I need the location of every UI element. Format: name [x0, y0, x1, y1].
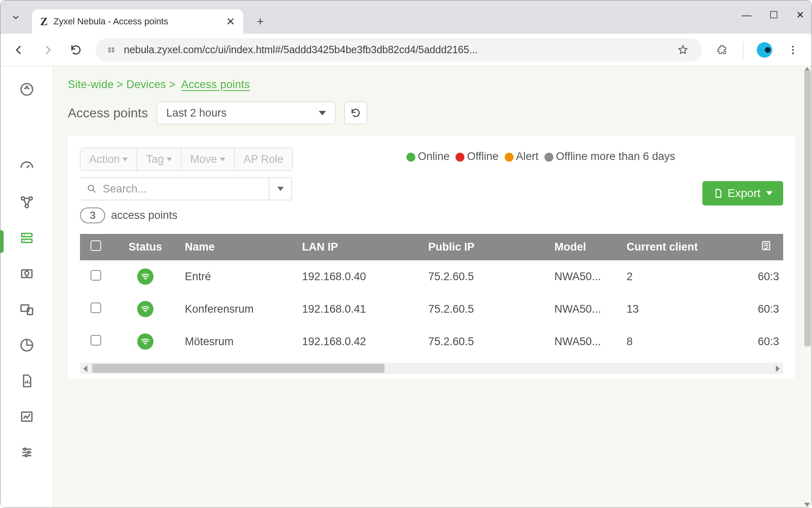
svg-rect-7: [22, 233, 32, 237]
page-vertical-scrollbar[interactable]: [802, 66, 812, 508]
svg-point-2: [792, 52, 794, 54]
breadcrumb-mid[interactable]: Devices: [126, 78, 166, 91]
search-input[interactable]: Search...: [80, 177, 269, 200]
reload-button[interactable]: [67, 41, 85, 59]
svg-point-10: [24, 240, 25, 242]
extensions-icon[interactable]: [713, 41, 731, 59]
search-icon: [86, 184, 97, 194]
chevron-down-icon: [766, 191, 773, 195]
cell-trail: 60:3: [747, 325, 783, 358]
breadcrumb: Site-wide > Devices > Access points: [68, 78, 795, 91]
scroll-right-arrow[interactable]: [776, 365, 780, 372]
sidebar-item-dashboard[interactable]: [17, 157, 36, 176]
sidebar-item-configure[interactable]: [17, 443, 36, 462]
action-dropdown[interactable]: Action: [80, 148, 137, 171]
table-horizontal-scrollbar[interactable]: [80, 363, 783, 374]
status-dot-offline: [456, 153, 464, 162]
col-current-client[interactable]: Current client: [621, 234, 747, 260]
col-public-ip[interactable]: Public IP: [423, 234, 549, 260]
sidebar-item-report[interactable]: [17, 372, 36, 390]
breadcrumb-current[interactable]: Access points: [181, 78, 250, 91]
chevron-down-icon: [319, 111, 326, 115]
svg-point-18: [25, 454, 27, 456]
tabs-dropdown-button[interactable]: [4, 6, 27, 29]
address-bar[interactable]: nebula.zyxel.com/cc/ui/index.html#/5addd…: [95, 38, 702, 62]
devices-table: Status Name LAN IP Public IP Model Curre…: [80, 234, 783, 374]
forward-button[interactable]: [39, 41, 56, 59]
table-row[interactable]: Entré 192.168.0.40 75.2.60.5 NWA50... 2 …: [80, 260, 783, 293]
chevron-down-icon: [166, 158, 172, 161]
select-all-checkbox[interactable]: [91, 240, 101, 251]
tag-dropdown[interactable]: Tag: [137, 148, 181, 171]
status-dot-alert: [505, 153, 514, 162]
minimize-button[interactable]: —: [742, 9, 752, 21]
col-model[interactable]: Model: [549, 234, 621, 260]
cell-name: Konferensrum: [179, 293, 296, 325]
maximize-button[interactable]: ☐: [769, 9, 778, 21]
url-text: nebula.zyxel.com/cc/ui/index.html#/5addd…: [124, 44, 667, 56]
svg-point-1: [792, 49, 794, 51]
browser-tab-strip: Z Zyxel Nebula - Access points ✕ + — ☐ ✕: [0, 0, 812, 34]
bookmark-star-icon[interactable]: [674, 41, 692, 59]
svg-point-0: [792, 45, 794, 48]
cell-model: NWA50...: [549, 293, 621, 325]
sidebar-item-devices[interactable]: [17, 229, 36, 247]
svg-point-23: [145, 344, 146, 345]
column-settings-button[interactable]: [747, 234, 783, 260]
sidebar-item-ai[interactable]: [17, 80, 36, 99]
cell-lan-ip: 192.168.0.40: [296, 260, 423, 293]
app-content: Site-wide > Devices > Access points Acce…: [0, 66, 812, 508]
status-dot-offline-long: [544, 153, 553, 162]
sidebar-item-summary[interactable]: [17, 336, 36, 355]
row-checkbox[interactable]: [91, 335, 101, 346]
svg-point-17: [28, 451, 30, 453]
scroll-thumb[interactable]: [92, 364, 384, 373]
row-checkbox[interactable]: [91, 270, 101, 281]
search-filter-dropdown[interactable]: [269, 177, 292, 200]
sidebar-item-topology[interactable]: [17, 193, 36, 212]
back-button[interactable]: [10, 41, 28, 59]
status-dot-online: [406, 153, 415, 162]
browser-tab[interactable]: Z Zyxel Nebula - Access points ✕: [32, 9, 243, 34]
cell-clients: 8: [621, 325, 747, 358]
breadcrumb-root[interactable]: Site-wide: [68, 78, 114, 91]
site-info-icon[interactable]: [106, 45, 117, 55]
col-lan-ip[interactable]: LAN IP: [296, 234, 423, 260]
new-tab-button[interactable]: +: [251, 12, 270, 31]
refresh-button[interactable]: [344, 102, 367, 124]
status-online-icon: [137, 268, 153, 285]
ap-role-button[interactable]: AP Role: [235, 148, 293, 171]
scroll-down-arrow[interactable]: [804, 503, 810, 508]
search-placeholder: Search...: [103, 183, 147, 195]
sidebar-item-monitor[interactable]: [17, 407, 36, 426]
tab-close-button[interactable]: ✕: [226, 15, 235, 28]
chevron-down-icon: [220, 158, 225, 161]
breadcrumb-sep: >: [117, 78, 123, 91]
sidebar-item-map[interactable]: [17, 264, 36, 283]
export-button[interactable]: Export: [702, 181, 783, 205]
move-dropdown[interactable]: Move: [181, 148, 235, 171]
scroll-thumb[interactable]: [804, 70, 811, 346]
chevron-down-icon: [277, 187, 284, 191]
count-label: access points: [111, 209, 177, 222]
col-status[interactable]: Status: [112, 234, 179, 260]
row-checkbox[interactable]: [91, 303, 101, 313]
cell-trail: 60:3: [747, 293, 783, 325]
profile-avatar-icon[interactable]: [756, 41, 773, 59]
svg-point-9: [24, 235, 25, 236]
tab-favicon: Z: [40, 15, 48, 28]
time-range-select[interactable]: Last 2 hours: [157, 102, 335, 124]
cell-clients: 2: [621, 260, 747, 293]
col-name[interactable]: Name: [179, 234, 296, 260]
table-row[interactable]: Mötesrum 192.168.0.42 75.2.60.5 NWA50...…: [80, 325, 783, 358]
kebab-menu-icon[interactable]: [784, 41, 802, 59]
table-row[interactable]: Konferensrum 192.168.0.41 75.2.60.5 NWA5…: [80, 293, 783, 325]
scroll-left-arrow[interactable]: [83, 365, 87, 372]
page-title: Access points: [68, 106, 148, 121]
sidebar-item-clients[interactable]: [17, 300, 36, 319]
cell-model: NWA50...: [549, 260, 621, 293]
close-window-button[interactable]: ✕: [796, 9, 804, 21]
cell-name: Entré: [179, 260, 296, 293]
svg-point-16: [24, 448, 26, 450]
cell-clients: 13: [621, 293, 747, 325]
